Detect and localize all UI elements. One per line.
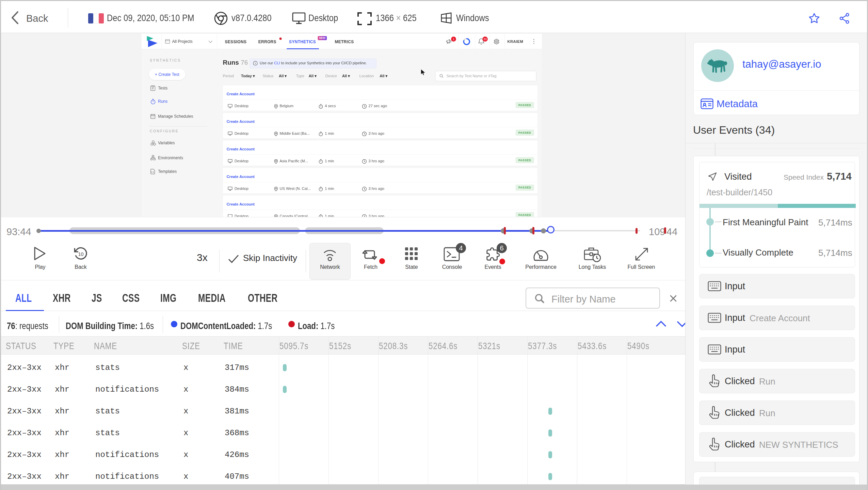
svg-text:10: 10 — [78, 251, 84, 257]
